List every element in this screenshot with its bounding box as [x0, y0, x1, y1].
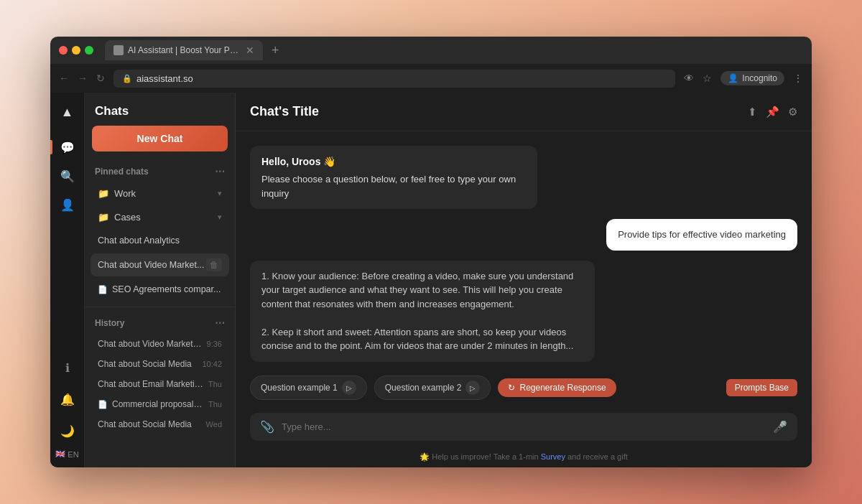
ai-response-bubble: 1. Know your audience: Before creating a… — [250, 261, 595, 362]
moon-icon: 🌙 — [60, 424, 75, 438]
pinned-chat-seo[interactable]: 📄 SEO Agreements compar... — [91, 279, 229, 299]
q1-label: Question example 1 — [261, 383, 338, 393]
address-field[interactable]: 🔒 aiassistant.so — [113, 70, 675, 88]
prompts-base-button[interactable]: Prompts Base — [726, 379, 797, 396]
greeting-body: Please choose a question below, or feel … — [261, 172, 526, 200]
pin-button[interactable]: 📌 — [766, 106, 779, 118]
pinned-item-work-label: Work — [114, 188, 136, 199]
pinned-section-menu[interactable]: ⋯ — [215, 166, 225, 177]
history-item-video-marketing[interactable]: Chat about Video Marketing 9:36 — [91, 335, 229, 353]
chat-analytics-label: Chat about Analytics — [98, 235, 222, 246]
back-button[interactable]: ← — [59, 73, 69, 84]
close-traffic-light[interactable] — [59, 46, 68, 55]
history-section: History ⋯ Chat about Video Marketing 9:3… — [85, 307, 235, 435]
chat-header-actions: ⬆ 📌 ⚙ — [748, 106, 797, 118]
pinned-chats-section: Pinned chats ⋯ — [85, 162, 235, 182]
history-section-menu[interactable]: ⋯ — [215, 317, 225, 329]
bell-icon: 🔔 — [60, 393, 75, 406]
doc-icon-commercial: 📄 — [98, 400, 108, 409]
forward-button[interactable]: → — [78, 73, 88, 84]
history-email-marketing-time: Thu — [208, 380, 222, 388]
chat-footer: 🌟 Help us improve! Take a 1-min Survey a… — [236, 452, 812, 467]
browser-tab[interactable]: AI Assistant | Boost Your Pro... ✕ — [105, 40, 263, 60]
history-item-social-media-1[interactable]: Chat about Social Media 10:42 — [91, 355, 229, 373]
pinned-chat-analytics[interactable]: Chat about Analytics — [91, 230, 229, 251]
doc-icon-seo: 📄 — [98, 285, 108, 294]
history-item-email-marketing[interactable]: Chat about Email Marketing Thu — [91, 375, 229, 393]
sidebar-item-info[interactable]: ℹ — [55, 355, 80, 381]
pinned-section-label: Pinned chats — [95, 167, 149, 177]
no-track-icon[interactable]: 👁 — [684, 73, 694, 84]
new-chat-button[interactable]: New Chat — [92, 126, 228, 151]
logo-symbol: ▲ — [61, 105, 74, 120]
pinned-chat-video-market[interactable]: Chat about Video Market... 🗑 — [91, 253, 229, 276]
regenerate-button[interactable]: ↻ Regenerate Response — [498, 378, 616, 397]
question-example-1-button[interactable]: Question example 1 ▷ — [250, 375, 367, 400]
sidebar-item-search[interactable]: 🔍 — [55, 163, 80, 189]
traffic-lights — [59, 46, 93, 55]
sidebar-item-notifications[interactable]: 🔔 — [55, 386, 80, 412]
pinned-item-cases[interactable]: 📁 Cases ▾ — [91, 207, 229, 228]
chat-video-market-label: Chat about Video Market... — [98, 260, 206, 270]
lang-label: EN — [68, 450, 78, 459]
history-commercial-label: Commercial proposal Ag... — [112, 399, 204, 409]
sidebar-item-theme[interactable]: 🌙 — [55, 418, 80, 444]
profile-icon: 👤 — [60, 198, 75, 212]
attach-icon[interactable]: 📎 — [260, 420, 274, 434]
incognito-label: Incognito — [742, 73, 777, 83]
reload-button[interactable]: ↻ — [96, 73, 105, 84]
chat-seo-label: SEO Agreements compar... — [112, 284, 222, 294]
user-message-text: Provide tips for effective video marketi… — [618, 229, 786, 240]
chat-input-area: 📎 🎤 — [236, 406, 812, 452]
history-label: History — [95, 318, 124, 328]
question-example-2-button[interactable]: Question example 2 ▷ — [374, 375, 491, 400]
history-video-marketing-time: 9:36 — [207, 340, 222, 348]
user-message-bubble: Provide tips for effective video marketi… — [606, 219, 797, 251]
tab-favicon — [113, 45, 124, 55]
share-button[interactable]: ⬆ — [748, 106, 757, 118]
settings-button[interactable]: ⚙ — [788, 106, 797, 118]
history-social-media-1-label: Chat about Social Media — [98, 359, 198, 369]
quick-actions-bar: Question example 1 ▷ Question example 2 … — [236, 370, 812, 406]
tab-close-button[interactable]: ✕ — [246, 45, 254, 56]
incognito-button[interactable]: 👤 Incognito — [720, 71, 784, 85]
minimize-traffic-light[interactable] — [72, 46, 80, 55]
incognito-icon: 👤 — [728, 73, 738, 83]
history-item-commercial[interactable]: 📄 Commercial proposal Ag... Thu — [91, 395, 229, 414]
maximize-traffic-light[interactable] — [85, 46, 93, 55]
survey-link[interactable]: Survey — [541, 452, 565, 461]
mic-icon[interactable]: 🎤 — [773, 420, 787, 434]
address-secure-icon: 🔒 — [122, 74, 132, 83]
chevron-down-icon-cases: ▾ — [218, 213, 222, 222]
sidebar-item-profile[interactable]: 👤 — [55, 192, 80, 218]
chat-sidebar: Chats New Chat Pinned chats ⋯ 📁 Work ▾ 📁… — [85, 93, 236, 467]
chat-header: Chat's Title ⬆ 📌 ⚙ — [236, 93, 812, 131]
history-item-social-media-2[interactable]: Chat about Social Media Wed — [91, 415, 229, 434]
browser-window: AI Assistant | Boost Your Pro... ✕ + ← →… — [50, 37, 812, 467]
pinned-item-cases-label: Cases — [114, 212, 141, 223]
sidebar-item-chat[interactable]: 💬 — [55, 134, 80, 160]
q2-label: Question example 2 — [385, 383, 462, 393]
chat-icon: 💬 — [60, 141, 75, 154]
history-social-media-2-label: Chat about Social Media — [98, 419, 202, 429]
regenerate-label: Regenerate Response — [519, 383, 606, 393]
chat-input-wrapper: 📎 🎤 — [250, 413, 797, 441]
greeting-text: Hello, Uroos 👋 — [261, 154, 526, 169]
flag-icon: 🇬🇧 — [55, 449, 65, 459]
history-email-marketing-label: Chat about Email Marketing — [98, 379, 204, 389]
new-tab-button[interactable]: + — [272, 43, 279, 58]
app-content: ▲ 💬 🔍 👤 ℹ 🔔 🌙 — [50, 93, 812, 467]
chat-title: Chat's Title — [250, 104, 319, 119]
delete-chat-icon[interactable]: 🗑 — [206, 258, 222, 271]
menu-icon[interactable]: ⋮ — [793, 73, 803, 84]
folder-icon-cases: 📁 — [98, 212, 109, 223]
address-bar: ← → ↻ 🔒 aiassistant.so 👁 ☆ 👤 Incognito ⋮ — [50, 64, 812, 93]
history-header: History ⋯ — [85, 313, 235, 333]
language-selector[interactable]: 🇬🇧 EN — [55, 449, 78, 459]
chats-header: Chats — [85, 93, 235, 126]
bookmark-icon[interactable]: ☆ — [703, 73, 712, 84]
chat-input[interactable] — [282, 421, 766, 432]
chat-main: Chat's Title ⬆ 📌 ⚙ Hello, Uroos 👋 Please… — [236, 93, 812, 467]
pinned-item-work[interactable]: 📁 Work ▾ — [91, 183, 229, 204]
chevron-down-icon-work: ▾ — [218, 189, 222, 198]
